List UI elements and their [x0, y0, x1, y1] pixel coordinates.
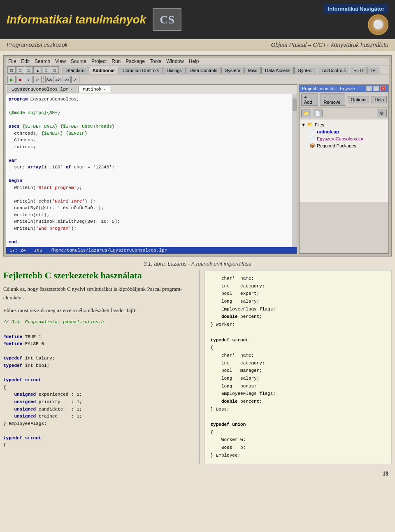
stop-btn[interactable]: ■: [16, 76, 24, 83]
pi-remove-btn[interactable]: - Remove: [321, 93, 345, 106]
pi-files-label: Files: [315, 122, 324, 127]
toolbar-icons-3[interactable]: Abc ab| on ✓: [45, 76, 79, 83]
editor-tab-1-close[interactable]: ✕: [70, 87, 73, 92]
menu-project[interactable]: Project: [91, 58, 107, 64]
status-file: /home/tanulas/lazarus/EgyszeruConsoleos.…: [50, 248, 167, 253]
menu-package[interactable]: Package: [125, 58, 145, 64]
menu-window[interactable]: Window: [166, 58, 184, 64]
editor-tab-1-label: EgyszeruConsoleos.lpr: [12, 87, 69, 92]
pi-file-tree[interactable]: ▼ 📂 Files 📄 rutinok.pp 📄 EgyszeruConsole…: [300, 119, 388, 202]
tab-additional[interactable]: Additional: [89, 67, 118, 74]
ide-toolbar: □ □ □ ▴ □ □ Standard Additional Common C…: [6, 65, 389, 75]
nav-title: Informatikai Navigátor: [324, 4, 388, 14]
scroll-thumb[interactable]: [293, 98, 297, 111]
ide-screenshot: File Edit Search View Source Project Run…: [3, 55, 392, 257]
code-editor[interactable]: EgyszeruConsoleos.lpr ✕ rutinok ✕ progra…: [6, 84, 297, 254]
pi-tree-expand-icon: ▼: [301, 122, 306, 127]
tab-data-access[interactable]: Data Access: [261, 67, 294, 74]
status-mode: INS: [34, 248, 42, 253]
toolbar-icons-2[interactable]: ▶ ■ › ››: [7, 76, 42, 83]
left-code-block: // 3–4. Programlista: pascal–rutins.h #d…: [3, 319, 191, 449]
pi-help-btn[interactable]: Help: [372, 96, 387, 103]
pi-tree-rutinok[interactable]: 📄 rutinok.pp: [301, 128, 387, 135]
tab-standard[interactable]: Standard: [63, 67, 88, 74]
menu-file[interactable]: File: [8, 58, 16, 64]
section-title: Fejlettebb C szerkezetek használata: [3, 270, 191, 281]
editor-scrollbar[interactable]: [292, 94, 297, 247]
pi-close-btn[interactable]: ✕: [380, 86, 386, 91]
para-2: Ehhez most nézzük meg az erre a célra el…: [3, 306, 191, 315]
toolbar-icons[interactable]: □ □ □ ▴ □ □: [7, 66, 59, 74]
tab-data-controls[interactable]: Data Controls: [186, 67, 221, 74]
toolbar-btn-5[interactable]: □: [42, 66, 50, 74]
ide-toolbar-2[interactable]: ▶ ■ › ›› Abc ab| on ✓: [6, 75, 389, 84]
tab-dialogs[interactable]: Dialogs: [163, 67, 186, 74]
toolbar-btn-1[interactable]: □: [7, 66, 16, 74]
pi-window-buttons[interactable]: _ □ ✕: [366, 86, 386, 91]
pi-options-btn[interactable]: Options: [348, 96, 369, 103]
status-line-col: 17: 24: [9, 248, 26, 253]
pi-toolbar[interactable]: + Add - Remove Options Help: [300, 92, 388, 108]
pi-packages-icon: 📦: [309, 143, 315, 148]
pi-icon-toolbar: 📁 📄 ⚙: [300, 108, 388, 119]
toolbar-btn-6[interactable]: □: [51, 66, 59, 74]
pi-minimize-btn[interactable]: _: [366, 86, 372, 91]
pi-folder-icon-btn[interactable]: 📁: [301, 110, 311, 117]
tool-abc[interactable]: Abc: [45, 76, 53, 83]
toolbar-btn-4[interactable]: ▴: [33, 66, 42, 74]
editor-tab-2[interactable]: rutinok ✕: [78, 86, 110, 93]
editor-tab-1[interactable]: EgyszeruConsoleos.lpr ✕: [7, 86, 77, 93]
pi-add-btn[interactable]: + Add: [301, 93, 318, 106]
editor-main[interactable]: program EgyszeruConsoleos; {$mode objfpc…: [6, 94, 292, 247]
pi-titlebar: Project Inspector - Egysze... _ □ ✕: [300, 85, 388, 92]
editor-body: program EgyszeruConsoleos; {$mode objfpc…: [6, 94, 297, 247]
menu-help[interactable]: Help: [189, 58, 199, 64]
tab-misc[interactable]: Misc: [244, 67, 261, 74]
step2-btn[interactable]: ››: [33, 76, 42, 83]
toolbar-btn-3[interactable]: □: [25, 66, 33, 74]
subtitle-right: Object Pascal – C/C++ könyvtárak használ…: [271, 42, 388, 48]
page-number: 19: [0, 467, 395, 481]
menu-search[interactable]: Search: [35, 58, 50, 64]
toolbar-sep-1: [60, 66, 61, 74]
menu-run[interactable]: Run: [112, 58, 121, 64]
ide-content: EgyszeruConsoleos.lpr ✕ rutinok ✕ progra…: [6, 84, 389, 254]
pi-folder-icon: 📂: [307, 122, 313, 127]
tab-rtti[interactable]: RTTI: [350, 67, 367, 74]
pi-tree-main[interactable]: 📄 EgyszeruConsoleos.lpr: [301, 135, 387, 142]
pi-tree-packages[interactable]: 📦 Required Packages: [301, 142, 387, 149]
run-btn[interactable]: ▶: [7, 76, 16, 83]
tab-ip[interactable]: IP: [367, 67, 379, 74]
menu-view[interactable]: View: [55, 58, 66, 64]
tool-check[interactable]: ✓: [71, 76, 79, 83]
pi-file-icon-btn[interactable]: 📄: [313, 110, 323, 117]
toolbar-btn-2[interactable]: □: [16, 66, 24, 74]
menu-source[interactable]: Source: [71, 58, 86, 64]
tab-common-controls[interactable]: Common Controls: [118, 67, 163, 74]
subtitle-left: Programozási eszközök: [7, 42, 68, 48]
pi-filter-btn[interactable]: ⚙: [377, 110, 387, 117]
step-btn[interactable]: ›: [25, 76, 33, 83]
toolbar-tabs[interactable]: Standard Additional Common Controls Dial…: [63, 67, 379, 74]
left-column: Fejlettebb C szerkezetek használata Célu…: [3, 270, 198, 464]
tab-lazcontrols[interactable]: LazControls: [318, 67, 349, 74]
pi-maximize-btn[interactable]: □: [373, 86, 379, 91]
right-column: char* name; int category; bool expert; l…: [201, 270, 392, 464]
project-inspector[interactable]: Project Inspector - Egysze... _ □ ✕ + Ad…: [299, 84, 389, 254]
editor-tab-2-close[interactable]: ✕: [103, 87, 106, 92]
pi-main-label: EgyszeruConsoleos.lpr: [317, 136, 363, 141]
editor-tabs[interactable]: EgyszeruConsoleos.lpr ✕ rutinok ✕: [6, 85, 297, 94]
tool-abi[interactable]: ab|: [54, 76, 62, 83]
menu-tools[interactable]: Tools: [150, 58, 161, 64]
para-1: Célunk az, hogy összetettebb C nyelvi st…: [3, 285, 191, 302]
ide-menubar[interactable]: File Edit Search View Source Project Run…: [6, 58, 389, 65]
tab-system[interactable]: System: [221, 67, 244, 74]
subtitle-bar: Programozási eszközök Object Pascal – C/…: [0, 39, 395, 51]
tab-synedit[interactable]: SynEdit: [294, 67, 317, 74]
menu-edit[interactable]: Edit: [21, 58, 30, 64]
compass-icon: ⚪: [368, 14, 388, 35]
tool-on[interactable]: on: [63, 76, 71, 83]
figure-caption: 3.1. ábra: Lazarus - A rutinok unit impo…: [0, 261, 395, 267]
editor-tab-2-label: rutinok: [83, 87, 102, 92]
toolbar-sep-2: [43, 76, 44, 83]
